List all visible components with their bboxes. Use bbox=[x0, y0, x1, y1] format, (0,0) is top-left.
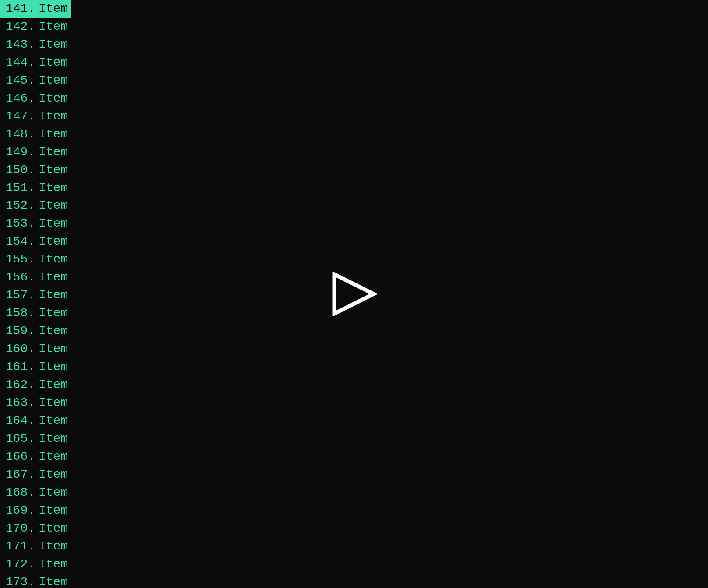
item-label: Item bbox=[39, 395, 68, 411]
list-item[interactable]: 161.Item bbox=[0, 358, 71, 376]
item-number: 170. bbox=[4, 521, 39, 537]
item-number: 165. bbox=[4, 431, 39, 447]
list-item[interactable]: 157.Item bbox=[0, 287, 71, 304]
item-number: 167. bbox=[4, 467, 39, 483]
item-number: 171. bbox=[4, 539, 39, 555]
item-number: 157. bbox=[4, 287, 39, 304]
list-item[interactable]: 173.Item bbox=[0, 574, 71, 588]
item-label: Item bbox=[39, 73, 68, 89]
list-item[interactable]: 151.Item bbox=[0, 179, 71, 197]
item-number: 154. bbox=[4, 234, 39, 250]
item-number: 150. bbox=[4, 162, 39, 178]
play-icon bbox=[330, 272, 378, 316]
item-number: 172. bbox=[4, 556, 39, 573]
play-icon-overlay bbox=[330, 272, 378, 316]
item-label: Item bbox=[39, 180, 68, 196]
item-label: Item bbox=[39, 287, 68, 304]
item-label: Item bbox=[39, 55, 68, 71]
item-number: 142. bbox=[4, 19, 39, 35]
item-number: 168. bbox=[4, 485, 39, 501]
item-label: Item bbox=[39, 126, 68, 143]
item-label: Item bbox=[39, 431, 68, 447]
list-item[interactable]: 149.Item bbox=[0, 144, 71, 161]
item-number: 151. bbox=[4, 180, 39, 196]
list-item[interactable]: 141.Item bbox=[0, 0, 71, 18]
item-number: 169. bbox=[4, 503, 39, 519]
item-number: 141. bbox=[4, 1, 39, 17]
list-item[interactable]: 167.Item bbox=[0, 466, 71, 484]
list-item[interactable]: 153.Item bbox=[0, 215, 71, 233]
list-item[interactable]: 146.Item bbox=[0, 90, 71, 108]
list-item[interactable]: 143.Item bbox=[0, 36, 71, 54]
item-number: 149. bbox=[4, 144, 39, 161]
item-label: Item bbox=[39, 216, 68, 232]
item-label: Item bbox=[39, 467, 68, 483]
list-item[interactable]: 154.Item bbox=[0, 233, 71, 251]
list-item[interactable]: 144.Item bbox=[0, 54, 71, 72]
item-label: Item bbox=[39, 108, 68, 125]
item-number: 147. bbox=[4, 108, 39, 125]
item-number: 143. bbox=[4, 37, 39, 53]
item-label: Item bbox=[39, 341, 68, 357]
item-number: 144. bbox=[4, 55, 39, 71]
item-label: Item bbox=[39, 37, 68, 53]
list-item[interactable]: 166.Item bbox=[0, 448, 71, 466]
item-label: Item bbox=[39, 503, 68, 519]
item-label: Item bbox=[39, 521, 68, 537]
item-label: Item bbox=[39, 574, 68, 588]
item-number: 164. bbox=[4, 413, 39, 429]
list-item[interactable]: 160.Item bbox=[0, 340, 71, 358]
item-number: 158. bbox=[4, 305, 39, 322]
item-number: 163. bbox=[4, 395, 39, 411]
list-item[interactable]: 165.Item bbox=[0, 430, 71, 448]
item-label: Item bbox=[39, 198, 68, 214]
item-label: Item bbox=[39, 377, 68, 393]
item-label: Item bbox=[39, 1, 68, 17]
item-label: Item bbox=[39, 556, 68, 573]
list-item[interactable]: 152.Item bbox=[0, 197, 71, 215]
item-label: Item bbox=[39, 359, 68, 375]
item-label: Item bbox=[39, 19, 68, 35]
list-item[interactable]: 148.Item bbox=[0, 126, 71, 144]
list-item[interactable]: 170.Item bbox=[0, 520, 71, 538]
list-item[interactable]: 156.Item bbox=[0, 269, 71, 287]
item-label: Item bbox=[39, 413, 68, 429]
list-item[interactable]: 168.Item bbox=[0, 484, 71, 502]
list-item[interactable]: 142.Item bbox=[0, 18, 71, 36]
item-label: Item bbox=[39, 234, 68, 250]
item-number: 161. bbox=[4, 359, 39, 375]
item-number: 152. bbox=[4, 198, 39, 214]
list-item[interactable]: 162.Item bbox=[0, 376, 71, 394]
list-item[interactable]: 163.Item bbox=[0, 394, 71, 412]
list-item[interactable]: 145.Item bbox=[0, 72, 71, 90]
item-number: 173. bbox=[4, 574, 39, 588]
item-label: Item bbox=[39, 162, 68, 178]
item-number: 160. bbox=[4, 341, 39, 357]
item-label: Item bbox=[39, 485, 68, 501]
item-number: 166. bbox=[4, 449, 39, 465]
item-label: Item bbox=[39, 323, 68, 340]
item-list: 141.Item142.Item143.Item144.Item145.Item… bbox=[0, 0, 71, 588]
list-item[interactable]: 169.Item bbox=[0, 502, 71, 520]
item-label: Item bbox=[39, 539, 68, 555]
item-label: Item bbox=[39, 91, 68, 107]
list-item[interactable]: 171.Item bbox=[0, 538, 71, 556]
item-label: Item bbox=[39, 270, 68, 286]
list-item[interactable]: 155.Item bbox=[0, 251, 71, 269]
list-item[interactable]: 164.Item bbox=[0, 412, 71, 430]
item-label: Item bbox=[39, 305, 68, 322]
item-number: 159. bbox=[4, 323, 39, 340]
list-item[interactable]: 150.Item bbox=[0, 161, 71, 179]
item-label: Item bbox=[39, 144, 68, 161]
item-label: Item bbox=[39, 449, 68, 465]
list-item[interactable]: 158.Item bbox=[0, 304, 71, 322]
svg-marker-0 bbox=[334, 274, 374, 314]
item-label: Item bbox=[39, 252, 68, 268]
list-item[interactable]: 172.Item bbox=[0, 556, 71, 574]
item-number: 146. bbox=[4, 91, 39, 107]
item-number: 145. bbox=[4, 73, 39, 89]
list-item[interactable]: 159.Item bbox=[0, 322, 71, 340]
item-number: 153. bbox=[4, 216, 39, 232]
item-number: 156. bbox=[4, 270, 39, 286]
list-item[interactable]: 147.Item bbox=[0, 108, 71, 126]
